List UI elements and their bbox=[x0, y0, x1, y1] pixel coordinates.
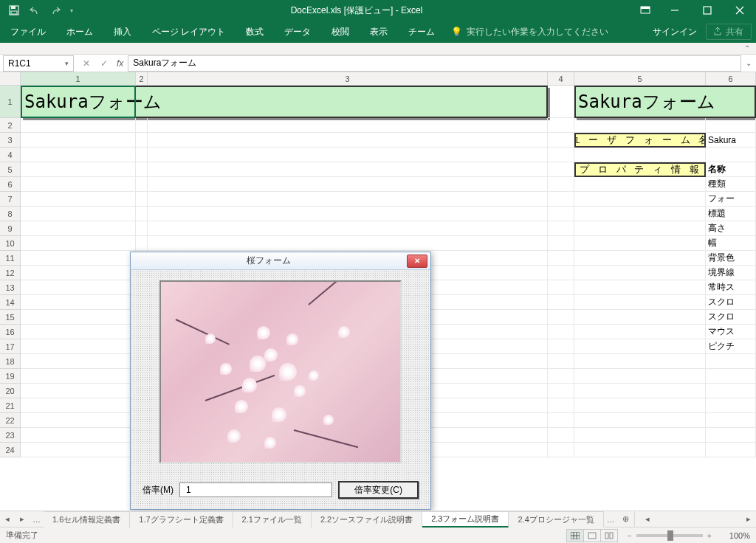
cell[interactable] bbox=[548, 413, 574, 428]
cell[interactable] bbox=[574, 369, 706, 384]
collapse-ribbon-icon[interactable]: ⌃ bbox=[744, 44, 750, 52]
signin-link[interactable]: サインイン bbox=[644, 26, 706, 38]
change-ratio-button[interactable]: 倍率変更(C) bbox=[338, 481, 419, 499]
cell[interactable] bbox=[21, 428, 136, 443]
tab-pagelayout[interactable]: ページ レイアウト bbox=[142, 21, 236, 43]
row-header[interactable]: 12 bbox=[0, 266, 21, 280]
column-header[interactable]: 5 bbox=[574, 72, 706, 86]
cell[interactable]: 高さ bbox=[706, 221, 756, 236]
cell[interactable] bbox=[21, 133, 136, 148]
page-layout-view-icon[interactable] bbox=[583, 529, 601, 542]
row-header[interactable]: 23 bbox=[0, 428, 21, 443]
cell[interactable] bbox=[136, 133, 148, 148]
cell[interactable] bbox=[21, 118, 136, 133]
cell[interactable] bbox=[574, 310, 706, 325]
cell[interactable] bbox=[548, 354, 574, 369]
row-header[interactable]: 11 bbox=[0, 251, 21, 266]
cell[interactable] bbox=[548, 310, 574, 325]
row-header[interactable]: 3 bbox=[0, 133, 21, 148]
tell-me-search[interactable]: 💡 実行したい作業を入力してください bbox=[445, 26, 644, 38]
zoom-in-button[interactable]: + bbox=[707, 531, 712, 540]
cell[interactable]: ユ ー ザ フ ォ ー ム 名 bbox=[574, 133, 706, 148]
cell[interactable] bbox=[21, 148, 136, 162]
cell[interactable] bbox=[21, 398, 136, 413]
row-header[interactable]: 24 bbox=[0, 443, 21, 457]
sheet-tab[interactable]: 2.3フォーム説明書 bbox=[422, 511, 509, 528]
cell[interactable] bbox=[136, 177, 148, 192]
cell[interactable] bbox=[21, 280, 136, 295]
cell[interactable] bbox=[548, 443, 574, 457]
cell[interactable] bbox=[148, 177, 548, 192]
cell[interactable] bbox=[548, 236, 574, 251]
cell[interactable] bbox=[706, 413, 756, 428]
cell[interactable] bbox=[706, 384, 756, 398]
cell[interactable] bbox=[21, 295, 136, 310]
normal-view-icon[interactable] bbox=[566, 529, 584, 542]
cell[interactable] bbox=[548, 207, 574, 221]
tab-review[interactable]: 校閲 bbox=[321, 21, 360, 43]
row-header[interactable]: 8 bbox=[0, 207, 21, 221]
redo-icon[interactable] bbox=[46, 1, 65, 19]
cell[interactable] bbox=[548, 192, 574, 207]
horizontal-scrollbar[interactable] bbox=[659, 514, 737, 525]
cell[interactable] bbox=[706, 443, 756, 457]
row-header[interactable]: 17 bbox=[0, 339, 21, 354]
cell[interactable] bbox=[574, 443, 706, 457]
name-box[interactable]: R1C1 ▾ bbox=[3, 55, 74, 72]
row-header[interactable]: 2 bbox=[0, 118, 21, 133]
tab-home[interactable]: ホーム bbox=[56, 21, 103, 43]
cell[interactable] bbox=[574, 413, 706, 428]
sheet-tab[interactable]: 2.2ソースファイル説明書 bbox=[312, 511, 422, 528]
column-header[interactable]: 4 bbox=[548, 72, 574, 86]
undo-icon[interactable] bbox=[25, 1, 44, 19]
cell[interactable] bbox=[136, 236, 148, 251]
cell[interactable] bbox=[574, 177, 706, 192]
cell[interactable] bbox=[706, 369, 756, 384]
cell[interactable]: Sakura bbox=[706, 133, 756, 148]
cell[interactable] bbox=[136, 162, 148, 177]
cell[interactable] bbox=[548, 162, 574, 177]
worksheet-grid[interactable]: 123456 123456789101112131415161718192021… bbox=[0, 72, 756, 511]
tab-insert[interactable]: 挿入 bbox=[103, 21, 142, 43]
cell[interactable] bbox=[548, 428, 574, 443]
cell[interactable] bbox=[21, 177, 136, 192]
qat-customize-icon[interactable]: ▾ bbox=[66, 1, 77, 19]
cell[interactable] bbox=[574, 295, 706, 310]
row-header[interactable]: 9 bbox=[0, 221, 21, 236]
minimize-button[interactable] bbox=[659, 0, 691, 21]
cell[interactable] bbox=[574, 118, 706, 133]
cell[interactable]: 境界線 bbox=[706, 266, 756, 280]
cell[interactable]: フォー bbox=[706, 192, 756, 207]
splitter[interactable] bbox=[634, 511, 640, 527]
dialog-title-bar[interactable]: 桜フォーム ✕ bbox=[131, 252, 430, 270]
cell[interactable] bbox=[548, 148, 574, 162]
cell[interactable] bbox=[574, 221, 706, 236]
row-header[interactable]: 5 bbox=[0, 162, 21, 177]
tab-formulas[interactable]: 数式 bbox=[236, 21, 274, 43]
cell[interactable] bbox=[21, 369, 136, 384]
cell[interactable] bbox=[574, 354, 706, 369]
cell[interactable] bbox=[574, 192, 706, 207]
cell[interactable] bbox=[548, 221, 574, 236]
cell[interactable] bbox=[21, 443, 136, 457]
cell[interactable] bbox=[548, 133, 574, 148]
row-header[interactable]: 19 bbox=[0, 369, 21, 384]
cell[interactable] bbox=[706, 398, 756, 413]
cell[interactable] bbox=[548, 118, 574, 133]
save-icon[interactable] bbox=[4, 1, 24, 19]
sheet-tab[interactable]: 2.1ファイル一覧 bbox=[233, 511, 312, 528]
expand-formula-bar-icon[interactable]: ⌄ bbox=[741, 59, 756, 67]
sheet-nav-prev-icon[interactable]: ▸ bbox=[15, 512, 30, 527]
cell[interactable] bbox=[21, 162, 136, 177]
cell[interactable]: スクロ bbox=[706, 310, 756, 325]
cell[interactable] bbox=[574, 384, 706, 398]
cell[interactable]: 標題 bbox=[706, 207, 756, 221]
cancel-formula-icon[interactable]: ✕ bbox=[78, 56, 94, 71]
row-header[interactable]: 16 bbox=[0, 325, 21, 339]
cell[interactable] bbox=[21, 266, 136, 280]
cell[interactable]: Sakuraフォーム bbox=[574, 86, 756, 118]
cell[interactable]: 名称 bbox=[706, 162, 756, 177]
cell[interactable] bbox=[148, 207, 548, 221]
cell[interactable]: 常時ス bbox=[706, 280, 756, 295]
row-header[interactable]: 21 bbox=[0, 398, 21, 413]
